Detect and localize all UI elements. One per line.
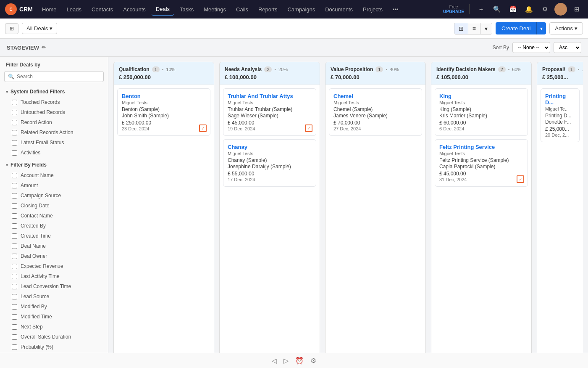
kanban-card-2-0[interactable]: Chemel Miguel Tests Chemel (Sample) Jame… [329, 88, 422, 136]
nav-item-leads[interactable]: Leads [63, 4, 86, 15]
nav-item-accounts[interactable]: Accounts [119, 4, 150, 15]
filter-untouched-records-checkbox[interactable] [12, 110, 17, 115]
create-deal-button[interactable]: Create Deal [496, 22, 536, 34]
col-name-0: Qualification [119, 66, 150, 72]
filter-created-time[interactable]: Created Time [0, 231, 108, 241]
filter-next-step-checkbox[interactable] [12, 324, 17, 330]
filter-lead-conversion-time[interactable]: Lead Conversion Time [0, 281, 108, 291]
nav-item-deals[interactable]: Deals [152, 3, 174, 16]
filter-last-activity-time[interactable]: Last Activity Time [0, 271, 108, 281]
filter-created-by[interactable]: Created By [0, 221, 108, 231]
filter-modified-time-checkbox[interactable] [12, 314, 17, 320]
filter-latest-email-status[interactable]: Latest Email Status [0, 138, 108, 148]
nav-item-contacts[interactable]: Contacts [87, 4, 117, 15]
calendar-icon[interactable]: 📅 [507, 3, 519, 16]
filter-activities-checkbox[interactable] [12, 150, 17, 156]
filter-amount-checkbox[interactable] [12, 183, 17, 188]
filter-campaign-source[interactable]: Campaign Source [0, 191, 108, 201]
filter-modified-time[interactable]: Modified Time [0, 312, 108, 322]
filter-created-time-checkbox[interactable] [12, 233, 17, 239]
view-chevron-btn[interactable]: ▾ [480, 23, 492, 34]
filter-lead-source[interactable]: Lead Source [0, 291, 108, 302]
filter-related-records-checkbox[interactable] [12, 130, 17, 135]
nav-item-documents[interactable]: Documents [321, 4, 357, 15]
nav-item-projects[interactable]: Projects [359, 4, 387, 15]
card-check-3-1[interactable]: ✓ [517, 175, 524, 183]
kanban-card-4-0[interactable]: Printing D... Miguel Te... Printing D...… [541, 88, 580, 142]
filter-expected-revenue-checkbox[interactable] [12, 264, 17, 269]
filter-probability[interactable]: Probability (%) [0, 342, 108, 352]
sort-by-select[interactable]: -- None -- [512, 42, 550, 53]
nav-item-reports[interactable]: Reports [254, 4, 282, 15]
filter-deal-name[interactable]: Deal Name [0, 241, 108, 251]
card-check-1-0[interactable]: ✓ [305, 124, 312, 132]
filter-amount[interactable]: Amount [0, 180, 108, 191]
filter-modified-by[interactable]: Modified By [0, 302, 108, 312]
actions-button[interactable]: Actions ▾ [549, 22, 583, 34]
filter-account-name[interactable]: Account Name [0, 170, 108, 180]
search-nav-icon[interactable]: 🔍 [491, 3, 503, 16]
filter-touched-records[interactable]: Touched Records [0, 97, 108, 107]
filter-touched-records-checkbox[interactable] [12, 100, 17, 105]
sidebar-search-input[interactable] [17, 74, 100, 79]
create-icon[interactable]: ＋ [475, 3, 487, 16]
create-deal-dropdown-button[interactable]: ▾ [536, 22, 546, 34]
kanban-card-3-1[interactable]: Feltz Printing Service Miguel Tests Felt… [435, 139, 528, 187]
kanban-card-1-1[interactable]: Chanay Miguel Tests Chanay (Sample) Jose… [223, 139, 316, 187]
filter-lead-conversion-checkbox[interactable] [12, 284, 17, 289]
nav-item-calls[interactable]: Calls [232, 4, 252, 15]
kanban-card-3-0[interactable]: King Miguel Tests King (Sample) Kris Mar… [435, 88, 528, 136]
filter-contact-name-checkbox[interactable] [12, 213, 17, 219]
nav-logo[interactable]: C CRM [5, 3, 33, 15]
filter-untouched-records[interactable]: Untouched Records [0, 107, 108, 117]
settings-icon[interactable]: ⚙ [538, 3, 551, 16]
filter-deal-owner-checkbox[interactable] [12, 254, 17, 259]
filter-deal-owner[interactable]: Deal Owner [0, 251, 108, 261]
nav-item-campaigns[interactable]: Campaigns [283, 4, 319, 15]
upgrade-badge[interactable]: Free UPGRADE [443, 5, 464, 14]
filter-button[interactable]: ⊞ [5, 23, 18, 34]
nav-item-more[interactable]: ••• [388, 4, 403, 15]
filter-contact-name[interactable]: Contact Name [0, 211, 108, 221]
nav-item-home[interactable]: Home [38, 4, 61, 15]
system-filters-header[interactable]: ▾ System Defined Filters [0, 86, 108, 97]
bottom-settings-icon[interactable]: ⚙ [310, 357, 316, 365]
sort-order-select[interactable]: Asc Desc [554, 42, 581, 53]
bottom-clock-icon[interactable]: ⏰ [295, 357, 304, 365]
kanban-card-1-0[interactable]: Truhlar And Truhlar Attys Miguel Tests T… [223, 88, 316, 136]
avatar[interactable] [554, 3, 567, 16]
bottom-prev-icon[interactable]: ◁ [272, 357, 277, 365]
filter-created-by-checkbox[interactable] [12, 223, 17, 229]
filter-expected-revenue[interactable]: Expected Revenue [0, 261, 108, 271]
filter-record-action-checkbox[interactable] [12, 120, 17, 125]
list-view-btn[interactable]: ≡ [468, 23, 480, 34]
all-deals-select[interactable]: All Deals ▾ [22, 23, 57, 34]
filter-overall-sales-duration[interactable]: Overall Sales Duration [0, 332, 108, 342]
filter-latest-email-checkbox[interactable] [12, 140, 17, 146]
filter-account-name-checkbox[interactable] [12, 173, 17, 178]
filter-related-records-action[interactable]: Related Records Action [0, 127, 108, 138]
filter-probability-checkbox[interactable] [12, 344, 17, 350]
filter-lead-source-checkbox[interactable] [12, 294, 17, 299]
stageview-edit-icon[interactable]: ✏ [42, 45, 46, 50]
card-check-0-0[interactable]: ✓ [199, 124, 207, 132]
grid-apps-icon[interactable]: ⊞ [570, 3, 583, 16]
filter-closing-date[interactable]: Closing Date [0, 201, 108, 211]
notification-icon[interactable]: 🔔 [522, 3, 535, 16]
nav-item-tasks[interactable]: Tasks [176, 4, 198, 15]
kanban-card-0-0[interactable]: Benton Miguel Tests Benton (Sample) John… [117, 88, 210, 136]
filter-next-step[interactable]: Next Step [0, 322, 108, 332]
filter-closing-date-checkbox[interactable] [12, 203, 17, 209]
filter-last-activity-checkbox[interactable] [12, 274, 17, 279]
filter-campaign-source-checkbox[interactable] [12, 193, 17, 199]
field-filters-header[interactable]: ▾ Filter By Fields [0, 159, 108, 170]
filter-deal-name-checkbox[interactable] [12, 244, 17, 249]
filter-record-action[interactable]: Record Action [0, 117, 108, 127]
filter-overall-sales-checkbox[interactable] [12, 334, 17, 340]
filter-modified-by-checkbox[interactable] [12, 304, 17, 310]
grid-view-btn[interactable]: ⊞ [454, 23, 468, 34]
filter-activities[interactable]: Activities [0, 148, 108, 158]
card-date-3-0: 6 Dec, 2024 [439, 126, 523, 131]
bottom-next-icon[interactable]: ▷ [284, 357, 289, 365]
nav-item-meetings[interactable]: Meetings [200, 4, 230, 15]
